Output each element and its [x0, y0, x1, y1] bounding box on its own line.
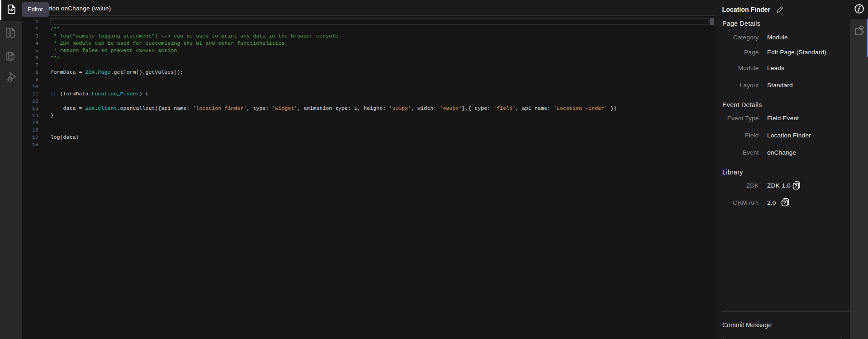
svg-text:?: ?: [794, 183, 797, 188]
svg-text:?: ?: [783, 200, 786, 205]
